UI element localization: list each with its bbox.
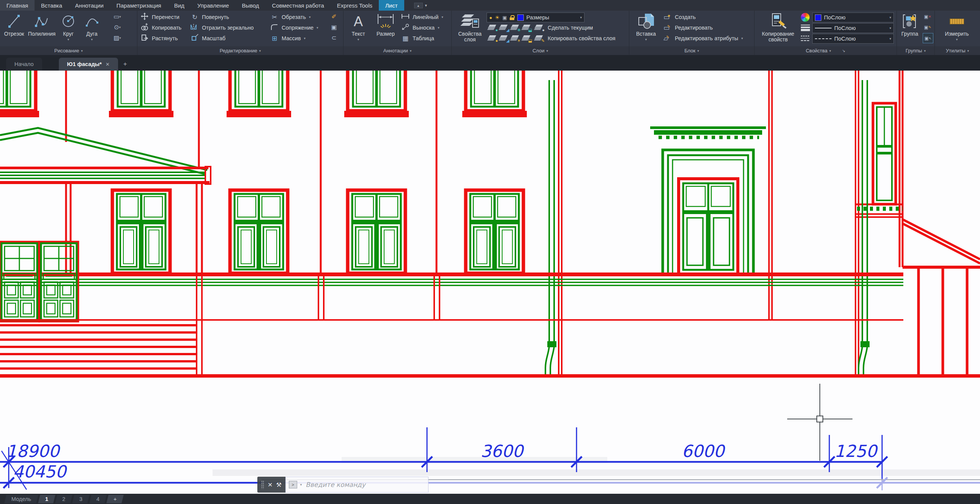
circle-button[interactable]: Круг▾ — [58, 11, 79, 43]
menu-tab-output[interactable]: Вывод — [235, 0, 265, 11]
dim-text-6000[interactable]: 6000 — [682, 441, 726, 461]
explode-box-icon[interactable]: ▣ — [329, 22, 339, 32]
menu-tab-insert[interactable]: Вставка — [35, 0, 69, 11]
arc-button[interactable]: Дуга▾ — [81, 11, 102, 43]
menu-tab-collaborate[interactable]: Совместная работа — [266, 0, 331, 11]
polyline-button[interactable]: Полилиния — [27, 11, 57, 37]
drawing-canvas[interactable]: 18900 3600 6000 1250 40450 — [0, 71, 980, 494]
panel-label-annotation[interactable]: Аннотации▾ — [344, 46, 451, 55]
linetype-combo[interactable]: ПоСлою▾ — [812, 34, 894, 44]
command-line-bar: ✕ ⚒ > ▾ — [257, 477, 428, 493]
trim-button[interactable]: ✂ Обрезать▾ — [270, 12, 311, 22]
offset-icon[interactable]: ⊂ — [329, 33, 339, 43]
linetype-icon[interactable] — [801, 33, 810, 43]
menu-tab-view[interactable]: Вид — [168, 0, 191, 11]
panel-label-modify[interactable]: Редактирование▾ — [137, 46, 343, 55]
layout-tab-3[interactable]: 3 — [72, 495, 89, 503]
command-input-field[interactable]: > ▾ — [285, 477, 428, 493]
array-button[interactable]: ⊞ Массив▾ — [270, 33, 305, 43]
text-button[interactable]: А Текст▾ — [347, 11, 369, 43]
dim-text-18900[interactable]: 18900 — [6, 441, 61, 461]
measure-button[interactable]: Измерить▾ — [942, 11, 972, 43]
panel-layers: Свойства слоя ● ☀ ▣ Размеры ▾ ● ◢ ❄ ⬓ ● … — [452, 11, 629, 55]
layer-select-combo[interactable]: ● ☀ ▣ Размеры ▾ — [487, 13, 584, 22]
command-recent-caret-icon[interactable]: ▾ — [300, 483, 302, 487]
lineweight-combo[interactable]: ПоСлою▾ — [812, 23, 894, 33]
command-input[interactable] — [305, 480, 425, 489]
panel-label-properties[interactable]: Свойства▾ ↘ — [754, 46, 897, 55]
doc-tab-start[interactable]: Начало — [6, 58, 42, 71]
menu-tab-layout[interactable]: Лист — [379, 0, 404, 11]
layer-off-icon[interactable]: ● — [488, 23, 498, 32]
stretch-button[interactable]: Растянуть — [140, 33, 178, 43]
properties-dialog-launcher-icon[interactable]: ↘ — [842, 49, 845, 53]
layer-on-icon[interactable]: ● — [488, 34, 498, 43]
lineweight-icon[interactable] — [801, 23, 810, 33]
menu-tab-manage[interactable]: Управление — [191, 0, 235, 11]
color-wheel-icon[interactable] — [801, 13, 810, 22]
dim-text-1250[interactable]: 1250 — [834, 441, 878, 461]
table-button[interactable]: ▦ Таблица — [401, 33, 434, 43]
new-drawing-button[interactable]: + — [123, 60, 127, 68]
command-drag-handle[interactable] — [261, 480, 264, 489]
layer-freeze-icon[interactable]: ❄ — [511, 23, 521, 32]
group-selectable-icon[interactable]: ▣↖ — [923, 33, 933, 43]
model-tab[interactable]: Модель — [4, 495, 38, 503]
fillet-button[interactable]: Сопряжение▾ — [270, 23, 318, 33]
hatch-icon[interactable]: ▨ ▾ — [112, 33, 122, 43]
block-edit-attrs-button[interactable]: ▱✎ Редактировать атрибуты▾ — [663, 33, 743, 43]
dim-text-40450[interactable]: 40450 — [13, 462, 68, 481]
mirror-button[interactable]: Отразить зеркально — [191, 23, 253, 33]
menu-tab-home[interactable]: Главная — [0, 0, 35, 11]
dim-text-3600[interactable]: 3600 — [480, 441, 525, 461]
rotate-button[interactable]: ↻ Повернуть — [191, 12, 229, 22]
match-layer-button[interactable]: ✎ Копировать свойства слоя — [535, 33, 615, 43]
current-layer-name: Размеры — [527, 14, 549, 21]
menu-tab-parametric[interactable]: Параметризация — [110, 0, 168, 11]
menu-tab-express-tools[interactable]: Express Tools — [331, 0, 379, 11]
layer-thaw-icon[interactable]: ☀ — [511, 34, 521, 43]
match-properties-button[interactable]: Копирование свойств — [757, 11, 799, 43]
scale-button[interactable]: Масштаб — [191, 33, 226, 43]
panel-label-layers[interactable]: Слои▾ — [452, 46, 629, 55]
layer-unisolate-icon[interactable]: ◢ — [499, 34, 509, 43]
fillet-icon — [270, 23, 278, 33]
revision-cloud-icon[interactable]: ⊙ ▾ — [112, 22, 122, 32]
color-combo[interactable]: ПоСлою▾ — [812, 13, 894, 22]
ribbon-collapse-button[interactable]: ▴ — [414, 3, 423, 8]
layout-tab-4[interactable]: 4 — [89, 495, 107, 503]
rectangle-tool-icon[interactable]: ▭ ▾ — [112, 12, 122, 21]
layout-tab-1[interactable]: 1 — [38, 495, 56, 503]
new-layout-button[interactable]: + — [107, 495, 124, 503]
ribbon-collapse-caret-icon[interactable]: ▾ — [425, 3, 427, 8]
layout-tab-2[interactable]: 2 — [55, 495, 73, 503]
ungroup-icon[interactable]: ▣✕ — [923, 12, 932, 21]
copy-button[interactable]: Копировать — [140, 23, 181, 33]
layer-properties-button[interactable]: Свойства слоя — [454, 11, 486, 43]
move-button[interactable]: Перенести — [140, 12, 180, 22]
command-close-icon[interactable]: ✕ — [267, 481, 272, 488]
panel-label-draw[interactable]: Рисование▾ — [0, 46, 137, 55]
dimension-button[interactable]: Размер — [372, 11, 399, 37]
menu-tab-annotate[interactable]: Аннотации — [69, 0, 110, 11]
doc-tab-active[interactable]: Ю1 фасады* ✕ — [59, 58, 118, 71]
group-button[interactable]: Группа — [898, 11, 922, 37]
block-create-button[interactable]: ▭★ Создать — [663, 12, 696, 22]
panel-label-utilities[interactable]: Утилиты▾ — [935, 46, 980, 55]
doc-tab-close-icon[interactable]: ✕ — [105, 62, 110, 67]
layer-isolate-icon[interactable]: ◢ — [499, 23, 509, 32]
layer-lock-icon[interactable]: ⬓ — [522, 23, 532, 32]
panel-label-block[interactable]: Блок▾ — [629, 46, 754, 55]
linear-dim-button[interactable]: Линейный▾ — [401, 12, 443, 22]
erase-icon[interactable]: ✐ — [329, 12, 339, 21]
line-button[interactable]: Отрезок — [2, 11, 26, 37]
command-customize-wrench-icon[interactable]: ⚒ — [276, 481, 281, 488]
insert-block-button[interactable]: Вставка▾ — [633, 11, 659, 43]
block-edit-button[interactable]: ▭✎ Редактировать — [663, 23, 713, 33]
group-edit-icon[interactable]: ▣✎ — [923, 22, 932, 32]
layer-unlock-tool-icon[interactable]: ⬓ — [522, 34, 532, 43]
dimension-chain[interactable]: 18900 3600 6000 1250 40450 — [0, 427, 980, 490]
panel-label-groups[interactable]: Группы▾ — [897, 46, 934, 55]
make-current-button[interactable]: ● Сделать текущим — [535, 23, 593, 33]
leader-button[interactable]: Выноска▾ — [401, 23, 439, 33]
